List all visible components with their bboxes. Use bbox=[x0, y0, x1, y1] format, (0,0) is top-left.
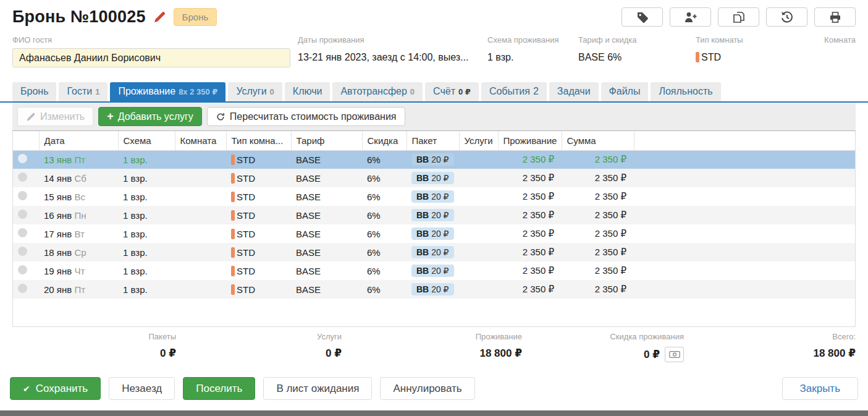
cell-scheme: 1 взр. bbox=[118, 150, 175, 169]
column-header[interactable]: Тип комна... bbox=[226, 131, 291, 150]
room-type-color-bar bbox=[231, 229, 235, 239]
row-radio[interactable] bbox=[18, 228, 27, 237]
cell-scheme: 1 взр. bbox=[118, 261, 175, 280]
cell-room bbox=[175, 243, 226, 261]
table-row[interactable]: 13 янв Пт 1 взр. STD BASE 6% BB 20 ₽ 2 3… bbox=[13, 150, 855, 169]
table-row[interactable]: 17 янв Вт 1 взр. STD BASE 6% BB 20 ₽ 2 3… bbox=[13, 224, 855, 243]
no-show-button[interactable]: Незаезд bbox=[109, 377, 175, 400]
tab-services[interactable]: Услуги0 bbox=[228, 82, 282, 101]
day-of-week: Пт bbox=[74, 155, 85, 165]
history-icon[interactable] bbox=[766, 7, 807, 27]
cell-discount: 6% bbox=[362, 206, 407, 224]
column-header[interactable]: Услуги bbox=[459, 131, 498, 150]
cell-room-type: STD bbox=[226, 261, 291, 280]
table-row[interactable]: 18 янв Ср 1 взр. STD BASE 6% BB 20 ₽ 2 3… bbox=[13, 243, 855, 261]
add-guest-icon[interactable] bbox=[670, 7, 711, 27]
copy-icon[interactable] bbox=[718, 7, 759, 27]
cell-total: 2 350 ₽ bbox=[562, 243, 634, 261]
package-badge: BB 20 ₽ bbox=[411, 209, 454, 221]
column-header[interactable]: Пакет bbox=[407, 131, 459, 150]
cell-stay-price: 2 350 ₽ bbox=[498, 169, 562, 187]
tab-badge: 2 bbox=[533, 86, 539, 96]
row-radio[interactable] bbox=[18, 284, 27, 293]
column-header[interactable]: Дата bbox=[39, 131, 118, 150]
cell-date: 20 янв Пт bbox=[39, 280, 118, 299]
table-row[interactable]: 20 янв Пт 1 взр. STD BASE 6% BB 20 ₽ 2 3… bbox=[13, 280, 855, 299]
total-value: 0 ₽ bbox=[12, 347, 176, 360]
package-badge: BB 20 ₽ bbox=[411, 265, 454, 277]
column-header[interactable]: Схема bbox=[118, 131, 175, 150]
cell-total: 2 350 ₽ bbox=[562, 261, 634, 280]
row-radio[interactable] bbox=[18, 172, 27, 182]
row-radio[interactable] bbox=[18, 210, 27, 219]
table-row[interactable]: 16 янв Пн 1 взр. STD BASE 6% BB 20 ₽ 2 3… bbox=[13, 206, 855, 224]
table-row[interactable]: 14 янв Сб 1 взр. STD BASE 6% BB 20 ₽ 2 3… bbox=[13, 169, 855, 187]
cell-discount: 6% bbox=[362, 224, 407, 243]
tab-transfer[interactable]: Автотрансфер0 bbox=[332, 82, 423, 101]
recalculate-button[interactable]: Пересчитать стоимость проживания bbox=[207, 107, 405, 126]
discount-money-button[interactable] bbox=[665, 347, 684, 362]
day-of-week: Пн bbox=[74, 210, 86, 221]
waitlist-button[interactable]: В лист ожидания bbox=[263, 377, 372, 400]
cell-services bbox=[459, 150, 498, 169]
table-row[interactable]: 15 янв Вс 1 взр. STD BASE 6% BB 20 ₽ 2 3… bbox=[13, 187, 855, 206]
cell-services bbox=[459, 243, 498, 261]
cell-stay-price: 2 350 ₽ bbox=[498, 206, 562, 224]
row-radio[interactable] bbox=[18, 154, 27, 163]
tab-guests[interactable]: Гости1 bbox=[59, 82, 107, 101]
edit-title-icon[interactable] bbox=[153, 11, 166, 23]
save-button[interactable]: Сохранить bbox=[10, 377, 101, 400]
room-type-color-bar bbox=[231, 247, 235, 258]
total-value: 0 ₽ bbox=[176, 347, 342, 360]
cell-total: 2 350 ₽ bbox=[562, 224, 634, 243]
tag-icon[interactable] bbox=[622, 7, 663, 27]
tab-events[interactable]: События2 bbox=[481, 82, 547, 101]
cell-scheme: 1 взр. bbox=[118, 243, 175, 261]
cell-services bbox=[459, 261, 498, 280]
cell-discount: 6% bbox=[362, 243, 407, 261]
check-in-button[interactable]: Поселить bbox=[183, 377, 255, 400]
row-radio[interactable] bbox=[18, 247, 27, 256]
package-badge: BB 20 ₽ bbox=[411, 283, 454, 295]
close-button[interactable]: Закрыть bbox=[782, 377, 858, 400]
cell-room bbox=[175, 261, 226, 280]
room-type-value: STD bbox=[696, 52, 822, 63]
table-header-row: ДатаСхемаКомнатаТип комна...ТарифСкидкаП… bbox=[13, 131, 855, 150]
tab-reservation[interactable]: Бронь bbox=[12, 82, 56, 101]
cell-package: BB 20 ₽ bbox=[407, 280, 459, 299]
occupancy-value: 1 взр. bbox=[487, 52, 578, 63]
total-label: Скидка проживания bbox=[522, 332, 684, 341]
cancel-button[interactable]: Аннулировать bbox=[380, 377, 474, 400]
edit-night-button[interactable]: Изменить bbox=[17, 107, 93, 126]
tab-invoice[interactable]: Счёт0 ₽ bbox=[425, 82, 479, 101]
column-header[interactable]: Сумма bbox=[562, 131, 634, 150]
cell-total: 2 350 ₽ bbox=[562, 280, 634, 299]
add-service-button[interactable]: Добавить услугу bbox=[98, 107, 202, 126]
tab-badge: 0 ₽ bbox=[458, 87, 471, 96]
tab-tasks[interactable]: Задачи bbox=[549, 82, 599, 101]
day-of-week: Ср bbox=[74, 247, 86, 258]
cell-stay-price: 2 350 ₽ bbox=[498, 187, 562, 206]
cell-discount: 6% bbox=[362, 150, 407, 169]
tab-keys[interactable]: Ключи bbox=[285, 82, 331, 101]
tabs-bar: БроньГости1Проживание8x 2 350 ₽Услуги0Кл… bbox=[0, 82, 868, 103]
cell-room bbox=[175, 169, 226, 187]
guest-name-input[interactable] bbox=[12, 48, 290, 67]
guest-name-label: ФИО гостя bbox=[12, 35, 290, 45]
row-radio[interactable] bbox=[18, 265, 27, 274]
print-icon[interactable] bbox=[814, 7, 856, 27]
column-header[interactable]: Скидка bbox=[362, 131, 407, 150]
column-header[interactable]: Проживание bbox=[498, 131, 562, 150]
column-header[interactable]: Тариф bbox=[291, 131, 362, 150]
tab-badge: 8x 2 350 ₽ bbox=[179, 87, 217, 96]
table-row[interactable]: 19 янв Чт 1 взр. STD BASE 6% BB 20 ₽ 2 3… bbox=[13, 261, 855, 280]
tab-loyalty[interactable]: Лояльность bbox=[651, 82, 720, 101]
column-header[interactable] bbox=[13, 131, 39, 150]
tab-files[interactable]: Файлы bbox=[601, 82, 649, 101]
total-value: 18 800 ₽ bbox=[342, 347, 522, 360]
row-radio[interactable] bbox=[18, 191, 27, 200]
cell-tariff: BASE bbox=[291, 150, 362, 169]
column-header[interactable]: Комната bbox=[175, 131, 226, 150]
tab-stay[interactable]: Проживание8x 2 350 ₽ bbox=[110, 82, 225, 101]
cell-tariff: BASE bbox=[291, 261, 362, 280]
